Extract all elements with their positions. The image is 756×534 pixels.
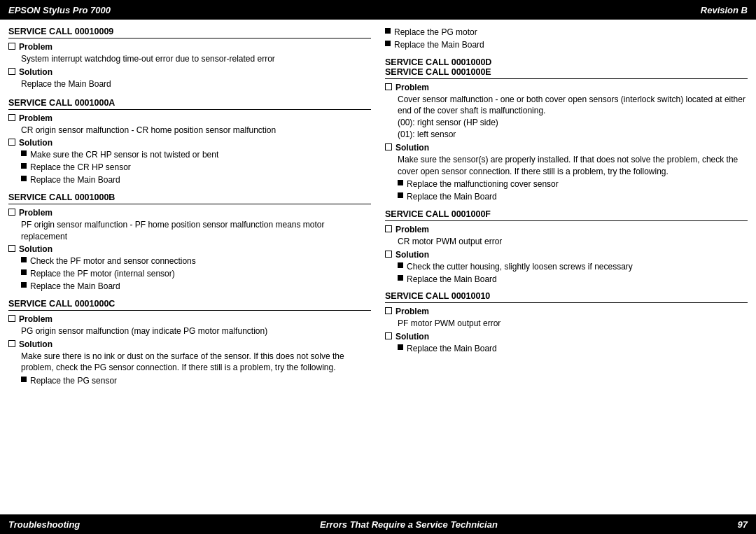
bullet-text: Replace the Main Board [30,174,120,186]
bullet-text: Replace the Main Board [394,39,484,51]
checkbox-icon [385,225,392,232]
bullet-icon [385,28,391,34]
right-column: Replace the PG motorReplace the Main Boa… [385,27,748,507]
item-row: Problem [8,208,371,218]
checkbox-icon [8,139,15,146]
item-row: Problem [385,307,748,316]
sub-item: Replace the CR HP sensor [21,162,371,174]
section-title: SERVICE CALL 0001000C [8,299,371,311]
checkbox-icon [385,307,392,314]
checkbox-icon [385,332,392,339]
bullet-icon [21,282,27,288]
item-text: Cover sensor malfunction - one or both c… [398,94,748,141]
bullet-text: Replace the Main Board [407,343,497,355]
section-title: SERVICE CALL 00010009 [8,27,371,38]
section-title: SERVICE CALL 0001000A [8,98,371,110]
item-row: Solution [8,138,371,148]
sub-item: Replace the Main Board [21,174,371,186]
footer-section: Troubleshooting [8,519,80,530]
sub-item: Replace the PF motor (internal sensor) [21,268,371,280]
item-text: PG origin sensor malfunction (may indica… [21,325,371,337]
main-content: SERVICE CALL 00010009ProblemSystem inter… [0,20,756,514]
section-sc_00010010: SERVICE CALL 00010010ProblemPF motor PWM… [385,291,748,356]
sub-item: Replace the Main Board [398,343,748,355]
section-sc_00010009: SERVICE CALL 00010009ProblemSystem inter… [8,27,371,92]
item-label: Problem [396,83,429,92]
item-row: Problem [8,42,371,52]
item-label: Solution [19,67,52,77]
page-header: EPSON Stylus Pro 7000 Revision B [0,0,756,20]
bullet-text: Check the PF motor and sensor connection… [30,255,196,267]
item-row: Solution [385,250,748,260]
left-column: SERVICE CALL 00010009ProblemSystem inter… [8,27,371,507]
continuation-items: Replace the PG motorReplace the Main Boa… [385,27,748,52]
checkbox-icon [385,83,392,90]
item-label: Problem [19,42,52,52]
checkbox-icon [8,340,15,347]
item-text: Make sure the sensor(s) are properly ins… [398,154,748,178]
item-label: Solution [396,250,429,260]
item-label: Solution [396,143,429,153]
footer-title: Errors That Require a Service Technician [320,519,498,530]
item-row: Solution [8,339,371,349]
bullet-icon [21,377,27,382]
bullet-text: Check the cutter housing, slightly loose… [407,261,633,273]
section-title: SERVICE CALL 0001000DSERVICE CALL 000100… [385,57,748,79]
checkbox-icon [8,209,15,216]
bullet-text: Make sure the CR HP sensor is not twiste… [30,149,218,161]
checkbox-icon [385,143,392,150]
item-text: System interrupt watchdog time-out error… [21,53,371,65]
item-label: Solution [19,244,52,254]
bullet-text: Replace the CR HP sensor [30,162,131,174]
revision-label: Revision B [701,5,748,15]
bullet-icon [398,180,403,185]
bullet-icon [398,192,403,198]
sub-item: Replace the Main Board [398,274,748,286]
section-title: SERVICE CALL 00010010 [385,291,748,303]
item-label: Problem [19,113,52,123]
bullet-icon [398,275,403,281]
bullet-text: Replace the PG motor [394,27,477,38]
sub-item: Replace the Main Board [21,281,371,293]
bullet-icon [21,163,27,169]
item-text: PF motor PWM output error [398,318,748,330]
document-title: EPSON Stylus Pro 7000 [8,5,111,15]
bullet-text: Replace the malfunctioning cover sensor [407,178,559,190]
item-row: Problem [8,314,371,324]
item-text: CR origin sensor malfunction - CR home p… [21,125,371,136]
item-label: Solution [396,332,429,342]
sub-item: Replace the PG motor [385,27,748,38]
sub-item: Make sure the CR HP sensor is not twiste… [21,149,371,161]
item-row: Problem [385,225,748,234]
item-row: Problem [385,83,748,92]
section-title: SERVICE CALL 0001000F [385,209,748,221]
section-title: SERVICE CALL 0001000B [8,192,371,204]
section-sc_0001000A: SERVICE CALL 0001000AProblemCR origin se… [8,98,371,187]
item-label: Problem [19,208,52,218]
item-text: PF origin sensor malfunction - PF home p… [21,219,371,243]
item-text: Replace the Main Board [21,78,371,90]
bullet-text: Replace the PG sensor [30,375,117,387]
section-sc_0001000C: SERVICE CALL 0001000CProblemPG origin se… [8,299,371,388]
sub-item: Replace the Main Board [385,39,748,51]
item-row: Solution [8,244,371,254]
footer-page-number: 97 [738,519,748,530]
section-sc_0001000F: SERVICE CALL 0001000FProblemCR motor PWM… [385,209,748,286]
bullet-icon [21,176,27,181]
checkbox-icon [8,245,15,252]
item-label: Problem [396,225,429,234]
checkbox-icon [385,251,392,258]
item-row: Solution [385,143,748,153]
bullet-icon [21,269,27,275]
sub-item: Check the PF motor and sensor connection… [21,255,371,267]
bullet-icon [398,262,403,268]
sub-item: Check the cutter housing, slightly loose… [398,261,748,273]
bullet-text: Replace the Main Board [407,191,497,203]
bullet-icon [21,257,27,262]
item-row: Solution [385,332,748,342]
bullet-icon [398,344,403,350]
item-text: Make sure there is no ink or dust on the… [21,351,371,374]
checkbox-icon [8,68,15,75]
section-sc_0001000B: SERVICE CALL 0001000BProblemPF origin se… [8,192,371,293]
checkbox-icon [8,114,15,121]
